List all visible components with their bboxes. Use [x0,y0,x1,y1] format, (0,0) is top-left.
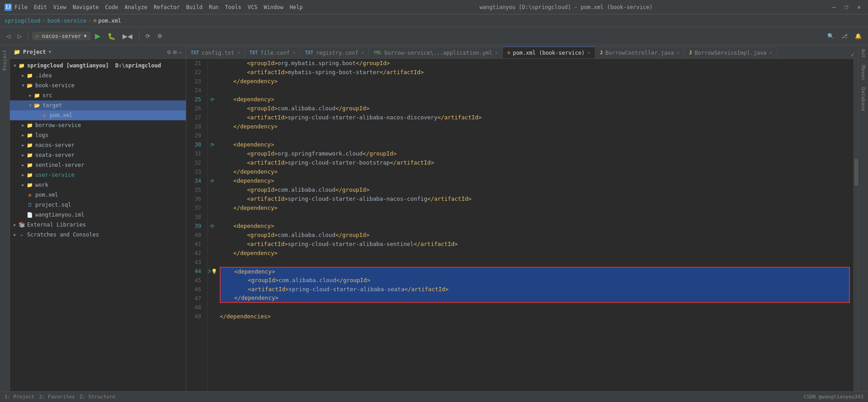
code-line-34[interactable]: <dependency> [220,176,850,185]
code-line-31[interactable]: <groupId>org.springframework.cloud</grou… [220,149,850,158]
code-line-47[interactable]: </dependency> [220,294,850,303]
tree-item-borrow[interactable]: ▶ 📁 borrow-service [10,120,186,130]
maven-panel-tab[interactable]: Maven [859,61,867,84]
code-line-38[interactable] [220,213,850,222]
tree-item-ext-libs[interactable]: ▶ 📚 External Libraries [10,220,186,230]
tab-file-conf[interactable]: TXT file.conf ✕ [245,47,301,58]
code-line-26[interactable]: <groupId>com.alibaba.cloud</groupId> [220,104,850,113]
gutter-cell-44[interactable]: ⟳💡 [208,267,216,276]
project-header-layout[interactable]: ⊞ [173,48,176,56]
gutter-cell-25[interactable]: ⟳ [208,95,216,104]
project-header-collapse[interactable]: — [179,48,182,56]
tab-borrow-ctrl-close[interactable]: ✕ [677,50,680,56]
tree-item-book-service[interactable]: ▼ 📂 book-service [10,80,186,90]
tree-item-src[interactable]: ▶ 📁 src [10,90,186,100]
code-line-21[interactable]: <groupId>org.mybatis.spring.boot</groupI… [220,59,850,68]
code-line-23[interactable]: </dependency> [220,77,850,86]
menu-item-help[interactable]: Help [290,4,303,10]
tree-item-pom-book[interactable]: ▶ m pom.xml [10,110,186,120]
breadcrumb-springcloud[interactable]: springcloud [5,18,40,24]
tab-config-txt-close[interactable]: ✕ [237,50,240,56]
tree-root[interactable]: ▼ 📁 springcloud [wangtianyou] D:\springc… [10,61,186,71]
project-tab[interactable]: Project [1,47,9,73]
tab-registry-conf[interactable]: TXT registry.conf ✕ [301,47,369,58]
tree-item-sql[interactable]: ▶ 🗒 project.sql [10,200,186,210]
menu-item-tools[interactable]: Tools [225,4,241,10]
code-line-48[interactable] [220,303,850,312]
code-line-35[interactable]: <groupId>com.alibaba.cloud</groupId> [220,185,850,194]
breadcrumb-book-service[interactable]: book-service [47,18,87,24]
scrollbar-thumb[interactable] [854,159,858,186]
menu-item-window[interactable]: Window [264,4,283,10]
menu-item-build[interactable]: Build [186,4,203,10]
project-panel-dropdown[interactable]: ▼ [49,49,52,54]
gutter-cell-39[interactable]: ⟳ [208,222,216,231]
code-line-45[interactable]: <groupId>com.alibaba.cloud</groupId> [220,276,850,285]
code-line-37[interactable]: </dependency> [220,203,850,213]
tree-item-nacos[interactable]: ▶ 📁 nacos-server [10,140,186,150]
code-line-46[interactable]: <artifactId>spring-cloud-starter-alibaba… [220,285,850,294]
tree-item-target[interactable]: ▼ 📂 target [10,100,186,110]
settings-btn[interactable]: ⚙ [155,30,165,42]
tab-pom-xml[interactable]: m pom.xml (book-service) ✕ [503,47,595,58]
code-line-33[interactable]: </dependency> [220,167,850,176]
notification-btn[interactable]: 🔔 [852,30,864,42]
menu-item-file[interactable]: File [14,4,28,10]
tree-item-work[interactable]: ▶ 📁 work [10,180,186,190]
code-line-28[interactable]: </dependency> [220,122,850,131]
code-line-24[interactable] [220,86,850,95]
tree-item-seata[interactable]: ▶ 📁 seata-server [10,150,186,160]
tree-item-sentinel[interactable]: ▶ 📁 sentinel-server [10,160,186,170]
menu-item-analyze[interactable]: Analyze [124,4,147,10]
tree-item-idea[interactable]: ▶ 📁 .idea [10,71,186,80]
status-favorites-tab[interactable]: 2: Favorites [39,394,75,400]
minimize-btn[interactable]: — [830,3,839,11]
run-config-selector[interactable]: ▷ nacos-server ▼ [32,32,90,40]
code-line-22[interactable]: <artifactId>mybatis-spring-boot-starter<… [220,68,850,77]
gutter-bulb-icon[interactable]: 💡 [211,269,217,274]
code-area[interactable]: <groupId>org.mybatis.spring.boot</groupI… [216,59,854,391]
code-line-40[interactable]: <groupId>com.alibaba.cloud</groupId> [220,231,850,240]
menu-item-run[interactable]: Run [209,4,219,10]
menu-item-view[interactable]: View [53,4,66,10]
gutter-cell-34[interactable]: ⟳ [208,176,216,185]
status-project-tab[interactable]: 1: Project [5,394,34,400]
code-line-42[interactable]: </dependency> [220,249,850,258]
code-line-25[interactable]: <dependency> [220,95,850,104]
code-line-27[interactable]: <artifactId>spring-cloud-starter-alibaba… [220,113,850,122]
refresh-btn[interactable]: ⟳ [143,30,153,42]
code-line-41[interactable]: <artifactId>spring-cloud-starter-alibaba… [220,240,850,249]
gutter-refresh-icon[interactable]: ⟳ [210,97,214,103]
code-line-49[interactable]: </dependencies> [220,312,850,321]
menu-item-navigate[interactable]: Navigate [73,4,99,10]
code-line-29[interactable] [220,131,850,140]
tab-borrow-impl-close[interactable]: ✕ [769,50,772,56]
run-btn[interactable]: ▶ [92,30,103,42]
profile-btn[interactable]: ▶◀ [120,30,135,42]
code-line-36[interactable]: <artifactId>spring-cloud-starter-alibaba… [220,194,850,203]
git-btn[interactable]: ⎇ [839,30,850,42]
vertical-scrollbar[interactable] [854,59,858,391]
gutter-refresh-icon[interactable]: ⟳ [210,142,214,148]
database-panel-tab[interactable]: Database [859,84,867,115]
tree-item-iml[interactable]: ▶ 📄 wangtianyou.iml [10,210,186,220]
debug-btn[interactable]: 🐛 [105,30,118,42]
maximize-btn[interactable]: ❐ [842,3,851,11]
tab-borrow-yml[interactable]: YML borrow-service\...application.yml ✕ [369,47,503,58]
tab-file-conf-close[interactable]: ✕ [292,50,296,56]
close-btn[interactable]: ✕ [854,3,863,11]
project-header-gear[interactable]: ⚙ [167,48,171,56]
search-btn[interactable]: 🔍 [825,30,837,42]
gutter-refresh-icon[interactable]: ⟳ [210,223,214,229]
tree-item-logs[interactable]: ▶ 📁 logs [10,130,186,140]
tab-pom-xml-close[interactable]: ✕ [587,50,590,56]
gutter-cell-30[interactable]: ⟳ [208,140,216,149]
menu-item-edit[interactable]: Edit [34,4,47,10]
tab-registry-conf-close[interactable]: ✕ [361,50,364,56]
menu-item-refactor[interactable]: Refactor [154,4,180,10]
tree-item-scratches[interactable]: ▶ ✏ Scratches and Consoles [10,230,186,240]
back-btn[interactable]: ◁ [4,30,13,42]
ant-panel-tab[interactable]: Ant [859,45,867,61]
tab-borrow-impl[interactable]: J BorrowServiceImpl.java ✕ [684,47,777,58]
tree-item-pom-root[interactable]: ▶ m pom.xml [10,190,186,200]
